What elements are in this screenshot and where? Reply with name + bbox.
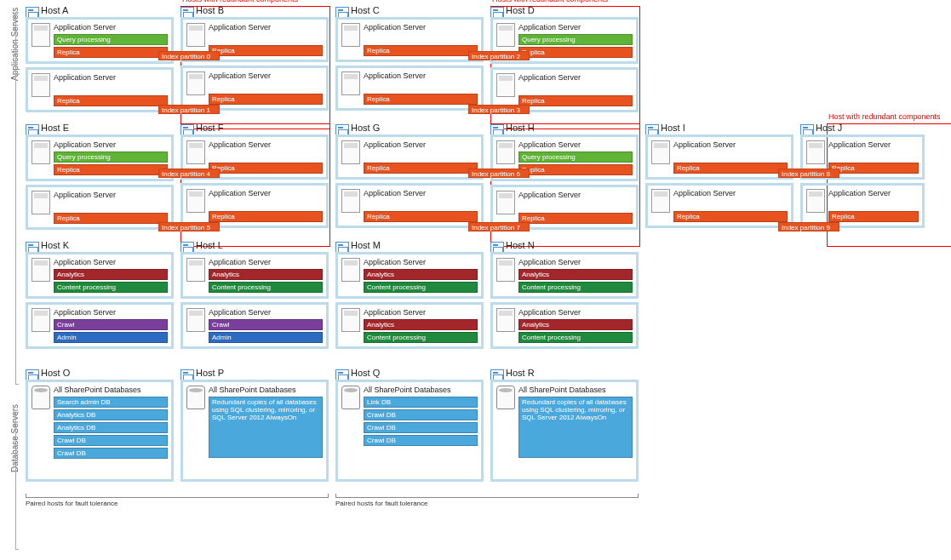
vm-icon [341, 308, 360, 332]
sp-db-label: All SharePoint Databases [54, 386, 168, 395]
app-server-label: Application Server [518, 308, 633, 317]
app-server-label: Application Server [209, 140, 323, 150]
app-server-label: Application Server [518, 140, 633, 150]
db-icon [496, 386, 515, 409]
app-server-label: Application Server [364, 189, 478, 198]
host-title: Host A [26, 5, 174, 15]
app-server-label: Application Server [364, 23, 478, 32]
index-partition-6: Index partition 6 [468, 169, 530, 178]
vm-icon [806, 140, 825, 164]
db-icon [32, 386, 50, 409]
replica-bar: Replica [54, 95, 168, 106]
analytics-bar: Analytics [518, 319, 633, 330]
host-e: Host E Application Server Query processi… [26, 123, 174, 233]
analytics-bar: Analytics [518, 269, 633, 280]
db-bar: Crawl DB [364, 422, 478, 433]
pair-label: Paired hosts for fault tolerance [26, 498, 329, 507]
replica-bar: Replica [209, 94, 323, 105]
vm-box: Application Server Replica [335, 17, 484, 62]
db-bar: Crawl DB [54, 435, 168, 446]
vm-icon [806, 189, 825, 213]
app-server-label: Application Server [54, 258, 168, 267]
query-bar: Query processing [518, 34, 633, 45]
vm-box: Application Server Replica [26, 67, 174, 112]
vm-icon [651, 189, 670, 213]
db-bar: Analytics DB [54, 422, 168, 433]
index-partition-5: Index partition 5 [158, 222, 220, 231]
host-title: Host F [180, 123, 329, 133]
index-partition-8: Index partition 8 [778, 169, 839, 178]
app-server-label: Application Server [209, 308, 323, 317]
app-server-label: Application Server [364, 140, 478, 150]
host-title: Host B [180, 5, 329, 15]
vm-icon [186, 71, 205, 95]
vm-icon [496, 73, 515, 97]
vm-icon [186, 23, 205, 47]
replica-bar: Replica [828, 163, 919, 174]
row-2: Host with redundant components Index par… [26, 123, 946, 233]
content-bar: Content processing [518, 282, 633, 293]
db-bar: Analytics DB [54, 409, 168, 420]
vm-icon [32, 23, 50, 47]
vm-icon [651, 140, 670, 164]
app-server-label: Application Server [828, 189, 919, 198]
app-server-label: Application Server [518, 191, 633, 200]
index-partition-0: Index partition 0 [158, 51, 220, 60]
host-m: Host M Application Server Analytics Cont… [335, 240, 484, 352]
app-server-label: Application Server [364, 258, 478, 267]
vm-icon [32, 258, 50, 282]
db-bar: Crawl DB [364, 435, 478, 446]
db-bar: Search admin DB [54, 397, 168, 408]
vm-icon [186, 308, 205, 332]
db-bar: Crawl DB [364, 409, 478, 420]
vm-icon [496, 191, 515, 214]
row-3: Host K Application Server Analytics Cont… [26, 240, 946, 352]
row-4: Host O All SharePoint Databases Search a… [26, 368, 946, 485]
host-title: Host K [26, 240, 174, 250]
redundant-label-1: Hosts with redundant components [182, 0, 298, 3]
replica-bar: Replica [364, 211, 478, 222]
analytics-bar: Analytics [364, 269, 478, 280]
host-d: Host D Application Server Query processi… [490, 5, 639, 116]
app-server-label: Application Server [518, 258, 633, 267]
query-bar: Query processing [54, 34, 168, 45]
replica-bar: Replica [209, 211, 323, 222]
replica-bar: Replica [364, 163, 478, 174]
app-server-label: Application Server [364, 71, 478, 81]
app-server-label: Application Server [54, 308, 168, 317]
vm-box: Application Server Query processing Repl… [26, 17, 174, 64]
db-bar: Crawl DB [54, 448, 168, 459]
replica-bar: Replica [209, 163, 323, 174]
host-k: Host K Application Server Analytics Cont… [26, 240, 174, 352]
host-title: Host Q [335, 368, 484, 378]
admin-bar: Admin [209, 332, 323, 343]
host-title: Host R [490, 368, 639, 378]
redundant-db-bar: Redundant copies of all databases using … [518, 397, 633, 458]
db-bar: Link DB [364, 397, 478, 408]
app-server-label: Application Server [828, 140, 919, 150]
sp-db-label: All SharePoint Databases [364, 386, 478, 395]
crawl-bar: Crawl [209, 319, 323, 330]
app-server-label: Application Server [54, 191, 168, 200]
replica-bar: Replica [518, 95, 633, 106]
host-g: Host G Application Server Replica Applic… [335, 123, 484, 233]
app-server-label: Application Server [54, 23, 168, 32]
index-partition-1: Index partition 1 [158, 105, 220, 114]
host-title: Host M [335, 240, 484, 250]
replica-bar: Replica [54, 47, 168, 58]
vm-icon [341, 189, 360, 213]
app-server-label: Application Server [209, 189, 323, 198]
vm-icon [32, 308, 50, 332]
content-bar: Content processing [364, 282, 478, 293]
admin-bar: Admin [54, 332, 168, 343]
db-icon [186, 386, 205, 409]
host-title: Host E [26, 123, 174, 133]
row-1: Hosts with redundant components Hosts wi… [26, 5, 946, 116]
vm-box: Application Server Replica [335, 66, 484, 111]
host-a: Host A Application Server Query processi… [26, 5, 174, 116]
app-server-label: Application Server [209, 23, 323, 32]
host-n: Host N Application Server Analytics Cont… [490, 240, 639, 352]
vm-icon [32, 73, 50, 97]
app-server-label: Application Server [673, 189, 788, 198]
redundant-db-bar: Redundant copies of all databases using … [209, 397, 323, 458]
